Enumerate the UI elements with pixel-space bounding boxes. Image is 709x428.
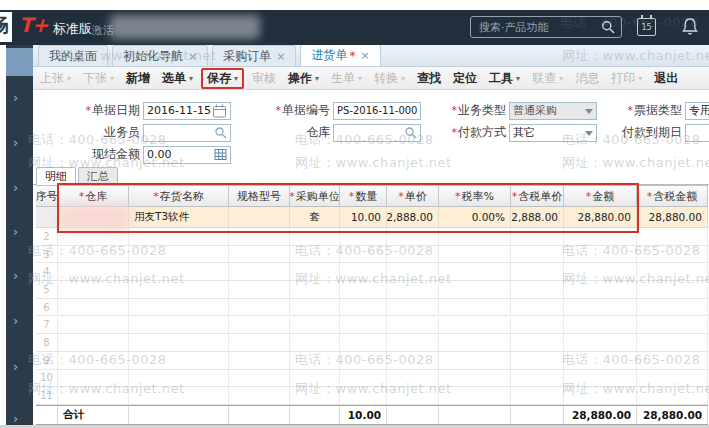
empty-cell-inventory-name[interactable] bbox=[129, 228, 229, 245]
empty-cell-purchase-unit[interactable] bbox=[290, 228, 340, 245]
empty-cell-unit-price[interactable] bbox=[387, 228, 439, 245]
empty-cell-unit-price[interactable] bbox=[387, 246, 439, 263]
empty-cell-warehouse[interactable] bbox=[58, 228, 129, 245]
empty-cell-row-no[interactable]: 11 bbox=[36, 387, 58, 404]
empty-cell-purchase-unit[interactable] bbox=[290, 334, 340, 351]
grid-empty-row[interactable]: 6 bbox=[36, 299, 708, 317]
empty-cell-spec-model[interactable] bbox=[229, 246, 290, 263]
empty-cell-inventory-name[interactable] bbox=[129, 299, 229, 316]
empty-cell-tax-rate[interactable] bbox=[439, 334, 511, 351]
empty-cell-quantity[interactable] bbox=[340, 263, 387, 280]
empty-cell-quantity[interactable] bbox=[340, 281, 387, 298]
empty-cell-tax-rate[interactable] bbox=[439, 281, 511, 298]
empty-cell-tax-rate[interactable] bbox=[439, 370, 511, 387]
row1-cell-price-with-tax[interactable]: 2,888.00 bbox=[511, 207, 564, 227]
grid-row-1[interactable]: 用友T3软件套10.002,888.000.00%2,888.0028,880.… bbox=[36, 207, 708, 228]
empty-cell-inventory-name[interactable] bbox=[129, 334, 229, 351]
doc-number-field[interactable]: PS-2016-11-0001 bbox=[333, 102, 421, 120]
empty-cell-amount-with-tax[interactable] bbox=[637, 263, 708, 280]
empty-cell-quantity[interactable] bbox=[340, 317, 387, 334]
empty-cell-tax-rate[interactable] bbox=[439, 299, 511, 316]
payment-due-date-field[interactable] bbox=[685, 124, 709, 142]
empty-cell-warehouse[interactable] bbox=[58, 299, 129, 316]
payment-method-select[interactable]: 其它 bbox=[509, 124, 597, 142]
grid-empty-row[interactable]: 9 bbox=[36, 352, 708, 370]
dropdown-caret-icon[interactable] bbox=[585, 104, 593, 118]
tab-purchase-order[interactable]: 采购订单× bbox=[212, 45, 296, 66]
toolbar-select-doc[interactable]: 选单▾ bbox=[162, 70, 193, 87]
toolbar-save[interactable]: 保存▾ bbox=[201, 68, 244, 89]
empty-cell-spec-model[interactable] bbox=[229, 228, 290, 245]
empty-cell-inventory-name[interactable] bbox=[129, 387, 229, 404]
empty-cell-price-with-tax[interactable] bbox=[511, 317, 564, 334]
empty-cell-amount-with-tax[interactable] bbox=[637, 281, 708, 298]
row1-cell-warehouse[interactable] bbox=[58, 207, 129, 227]
sidebar-expand-chevron-icon[interactable]: › bbox=[13, 93, 18, 103]
empty-cell-amount[interactable] bbox=[564, 317, 637, 334]
empty-cell-amount[interactable] bbox=[564, 352, 637, 369]
empty-cell-amount[interactable] bbox=[564, 387, 637, 404]
row1-cell-unit-price[interactable]: 2,888.00 bbox=[387, 207, 439, 227]
empty-cell-row-no[interactable]: 3 bbox=[36, 246, 58, 263]
empty-cell-spec-model[interactable] bbox=[229, 387, 290, 404]
row1-cell-amount[interactable]: 28,880.00 bbox=[564, 207, 637, 227]
close-tab-icon[interactable]: × bbox=[360, 49, 369, 62]
empty-cell-purchase-unit[interactable] bbox=[290, 352, 340, 369]
search-icon[interactable] bbox=[601, 20, 615, 34]
sidebar-expand-chevron-icon[interactable]: › bbox=[13, 362, 18, 372]
empty-cell-row-no[interactable]: 5 bbox=[36, 281, 58, 298]
empty-cell-row-no[interactable]: 9 bbox=[36, 352, 58, 369]
empty-cell-row-no[interactable]: 8 bbox=[36, 334, 58, 351]
empty-cell-warehouse[interactable] bbox=[58, 334, 129, 351]
empty-cell-amount[interactable] bbox=[564, 299, 637, 316]
toolbar-find[interactable]: 查找 bbox=[417, 70, 441, 87]
empty-cell-spec-model[interactable] bbox=[229, 281, 290, 298]
empty-cell-unit-price[interactable] bbox=[387, 299, 439, 316]
grid-empty-row[interactable]: 8 bbox=[36, 334, 708, 352]
empty-cell-inventory-name[interactable] bbox=[129, 263, 229, 280]
empty-cell-unit-price[interactable] bbox=[387, 317, 439, 334]
doc-date-field[interactable]: 2016-11-15 bbox=[143, 102, 231, 120]
sidebar-expand-chevron-icon[interactable]: › bbox=[13, 271, 18, 281]
empty-cell-purchase-unit[interactable] bbox=[290, 299, 340, 316]
sidebar-expand-chevron-icon[interactable]: › bbox=[13, 138, 18, 148]
empty-cell-tax-rate[interactable] bbox=[439, 387, 511, 404]
empty-cell-warehouse[interactable] bbox=[58, 317, 129, 334]
grid-empty-row[interactable]: 5 bbox=[36, 281, 708, 299]
empty-cell-unit-price[interactable] bbox=[387, 352, 439, 369]
empty-cell-quantity[interactable] bbox=[340, 387, 387, 404]
empty-cell-warehouse[interactable] bbox=[58, 352, 129, 369]
row1-cell-inventory-name[interactable]: 用友T3软件 bbox=[129, 207, 229, 227]
empty-cell-quantity[interactable] bbox=[340, 334, 387, 351]
dropdown-caret-icon[interactable] bbox=[585, 126, 593, 140]
empty-cell-price-with-tax[interactable] bbox=[511, 334, 564, 351]
subtab-detail[interactable]: 明细 bbox=[36, 167, 76, 185]
grid-empty-row[interactable]: 4 bbox=[36, 263, 708, 281]
empty-cell-purchase-unit[interactable] bbox=[290, 387, 340, 404]
empty-cell-row-no[interactable]: 6 bbox=[36, 299, 58, 316]
empty-cell-quantity[interactable] bbox=[340, 352, 387, 369]
empty-cell-price-with-tax[interactable] bbox=[511, 370, 564, 387]
row1-cell-row-no[interactable] bbox=[36, 207, 58, 227]
empty-cell-amount-with-tax[interactable] bbox=[637, 246, 708, 263]
warehouse-field[interactable] bbox=[333, 124, 421, 142]
empty-cell-amount-with-tax[interactable] bbox=[637, 352, 708, 369]
empty-cell-spec-model[interactable] bbox=[229, 299, 290, 316]
empty-cell-inventory-name[interactable] bbox=[129, 246, 229, 263]
toolbar-operate[interactable]: 操作▾ bbox=[288, 70, 319, 87]
invoice-type-select[interactable]: 专用发票 bbox=[685, 102, 709, 120]
empty-cell-purchase-unit[interactable] bbox=[290, 370, 340, 387]
amount-grid-icon[interactable] bbox=[214, 148, 227, 161]
empty-cell-unit-price[interactable] bbox=[387, 281, 439, 298]
empty-cell-row-no[interactable]: 7 bbox=[36, 317, 58, 334]
row1-cell-amount-with-tax[interactable]: 28,880.00 bbox=[637, 207, 708, 227]
empty-cell-amount[interactable] bbox=[564, 263, 637, 280]
empty-cell-warehouse[interactable] bbox=[58, 387, 129, 404]
close-tab-icon[interactable]: × bbox=[276, 50, 285, 63]
empty-cell-price-with-tax[interactable] bbox=[511, 352, 564, 369]
empty-cell-row-no[interactable]: 4 bbox=[36, 263, 58, 280]
empty-cell-quantity[interactable] bbox=[340, 299, 387, 316]
empty-cell-amount-with-tax[interactable] bbox=[637, 299, 708, 316]
empty-cell-spec-model[interactable] bbox=[229, 317, 290, 334]
empty-cell-price-with-tax[interactable] bbox=[511, 263, 564, 280]
